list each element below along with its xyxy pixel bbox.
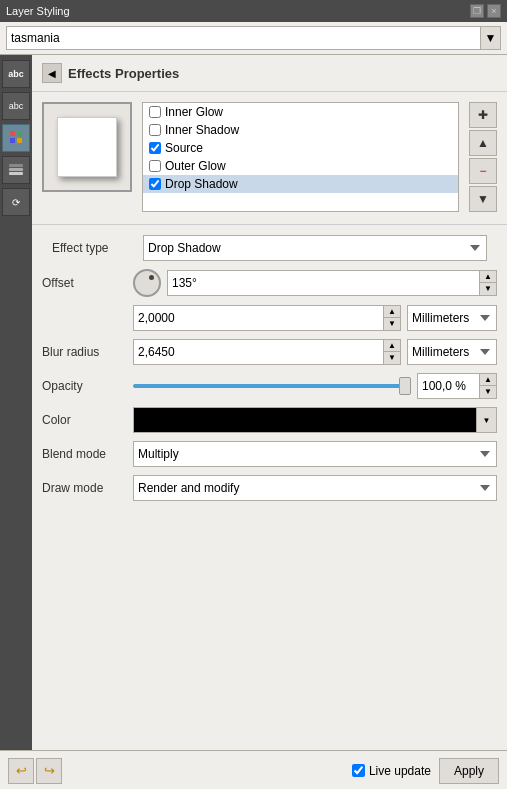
restore-button[interactable]: ❐ — [470, 4, 484, 18]
blur-radius-spinbox: ▲ ▼ — [133, 339, 401, 365]
effects-preview — [42, 102, 132, 192]
effect-type-select[interactable]: Drop Shadow — [143, 235, 487, 261]
list-item[interactable]: Inner Glow — [143, 103, 458, 121]
effects-action-buttons: ✚ ▲ − ▼ — [469, 102, 497, 212]
offset-spin-down[interactable]: ▼ — [384, 318, 400, 330]
close-button[interactable]: × — [487, 4, 501, 18]
layer-select[interactable]: tasmania — [6, 26, 481, 50]
outer-glow-label: Outer Glow — [165, 159, 226, 173]
live-update-label: Live update — [369, 764, 431, 778]
list-item[interactable]: Inner Shadow — [143, 121, 458, 139]
opacity-spinbox: ▲ ▼ — [417, 373, 497, 399]
redo-button[interactable]: ↪ — [36, 758, 62, 784]
list-item[interactable]: Outer Glow — [143, 157, 458, 175]
tool-btn-effects[interactable] — [2, 124, 30, 152]
opacity-controls: ▲ ▼ — [133, 373, 497, 399]
tool-btn-5[interactable]: ⟳ — [2, 188, 30, 216]
back-icon: ◀ — [48, 68, 56, 79]
opacity-spin-down[interactable]: ▼ — [480, 386, 496, 398]
source-label: Source — [165, 141, 203, 155]
title-bar-text: Layer Styling — [6, 5, 70, 17]
blend-mode-row: Blend mode Multiply Normal Screen Overla… — [42, 441, 497, 467]
svg-rect-0 — [10, 131, 15, 136]
offset-label: Offset — [42, 276, 127, 290]
undo-redo-buttons: ↩ ↪ — [8, 758, 62, 784]
angle-input[interactable] — [168, 271, 479, 295]
effect-type-row: Effect type Drop Shadow — [42, 235, 497, 261]
blur-spin-up[interactable]: ▲ — [384, 340, 400, 352]
inner-shadow-checkbox[interactable] — [149, 124, 161, 136]
layer-dropdown-bar: tasmania ▼ — [0, 22, 507, 55]
tool-btn-2[interactable]: abc — [2, 92, 30, 120]
opacity-spin-up[interactable]: ▲ — [480, 374, 496, 386]
preview-inner — [57, 117, 117, 177]
blur-spin-buttons: ▲ ▼ — [383, 340, 400, 364]
bottom-bar: ↩ ↪ Live update Apply — [0, 750, 507, 789]
outer-glow-checkbox[interactable] — [149, 160, 161, 172]
effects-title: Effects Properties — [68, 66, 179, 81]
blur-radius-row: Blur radius ▲ ▼ Millimeters — [42, 339, 497, 365]
blur-radius-label: Blur radius — [42, 345, 127, 359]
add-icon: ✚ — [478, 108, 488, 122]
add-effect-button[interactable]: ✚ — [469, 102, 497, 128]
right-panel: ◀ Effects Properties Inner Glow Inner Sh… — [32, 55, 507, 750]
list-item[interactable]: Drop Shadow — [143, 175, 458, 193]
color-chevron-icon: ▼ — [483, 416, 491, 425]
list-item[interactable]: Source — [143, 139, 458, 157]
draw-mode-label: Draw mode — [42, 481, 127, 495]
inner-shadow-label: Inner Shadow — [165, 123, 239, 137]
blur-radius-input[interactable] — [134, 340, 383, 364]
angle-spinbox: ▲ ▼ — [167, 270, 497, 296]
draw-mode-select[interactable]: Render and modify Render only Modify onl… — [133, 475, 497, 501]
offset-value-row: ▲ ▼ Millimeters — [42, 305, 497, 331]
fx-icon — [8, 129, 24, 147]
abc-icon: abc — [8, 69, 24, 79]
effects-list: Inner Glow Inner Shadow Source Outer Glo… — [142, 102, 459, 212]
move-up-button[interactable]: ▲ — [469, 130, 497, 156]
undo-icon: ↩ — [16, 763, 27, 778]
redo-icon: ↪ — [44, 763, 55, 778]
svg-rect-3 — [17, 138, 22, 143]
inner-glow-checkbox[interactable] — [149, 106, 161, 118]
main-content: abc abc — [0, 55, 507, 750]
svg-rect-1 — [17, 131, 22, 136]
offset-spin-up[interactable]: ▲ — [384, 306, 400, 318]
apply-button[interactable]: Apply — [439, 758, 499, 784]
source-checkbox[interactable] — [149, 142, 161, 154]
effects-body: Inner Glow Inner Shadow Source Outer Glo… — [32, 92, 507, 222]
live-update-checkbox[interactable] — [352, 764, 365, 777]
color-button[interactable] — [133, 407, 477, 433]
move-down-button[interactable]: ▼ — [469, 186, 497, 212]
drop-shadow-checkbox[interactable] — [149, 178, 161, 190]
offset-spin-buttons: ▲ ▼ — [383, 306, 400, 330]
remove-effect-button[interactable]: − — [469, 158, 497, 184]
blur-spin-down[interactable]: ▼ — [384, 352, 400, 364]
remove-icon: − — [479, 164, 486, 178]
svg-rect-2 — [10, 138, 15, 143]
back-button[interactable]: ◀ — [42, 63, 62, 83]
left-toolbar: abc abc — [0, 55, 32, 750]
abc-outline-icon: abc — [9, 101, 24, 111]
arrow-down-icon: ▼ — [477, 192, 489, 206]
history-icon: ⟳ — [12, 197, 20, 208]
opacity-slider[interactable] — [133, 384, 411, 388]
layer-dropdown-arrow[interactable]: ▼ — [481, 26, 501, 50]
blur-unit-select[interactable]: Millimeters — [407, 339, 497, 365]
color-dropdown-button[interactable]: ▼ — [477, 407, 497, 433]
angle-spin-down[interactable]: ▼ — [480, 283, 496, 295]
angle-dial[interactable] — [133, 269, 161, 297]
blend-mode-select[interactable]: Multiply Normal Screen Overlay — [133, 441, 497, 467]
tool-btn-4[interactable] — [2, 156, 30, 184]
offset-value-input[interactable] — [134, 306, 383, 330]
tool-btn-1[interactable]: abc — [2, 60, 30, 88]
offset-unit-select[interactable]: Millimeters — [407, 305, 497, 331]
blend-mode-label: Blend mode — [42, 447, 127, 461]
effects-header: ◀ Effects Properties — [32, 55, 507, 92]
arrow-up-icon: ▲ — [477, 136, 489, 150]
undo-button[interactable]: ↩ — [8, 758, 34, 784]
svg-rect-6 — [9, 172, 23, 175]
opacity-input[interactable] — [418, 374, 479, 398]
angle-spin-up[interactable]: ▲ — [480, 271, 496, 283]
layers-icon — [8, 161, 24, 179]
opacity-label: Opacity — [42, 379, 127, 393]
